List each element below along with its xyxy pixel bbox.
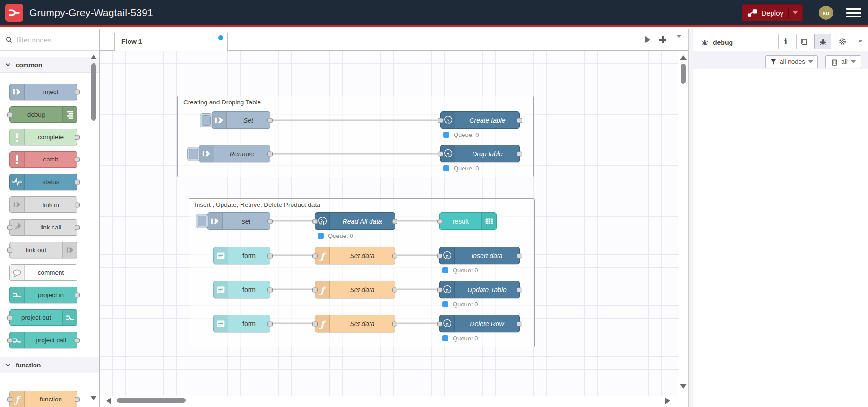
node-inject-set2[interactable]: set — [207, 212, 270, 230]
inject-button[interactable] — [187, 147, 200, 161]
flow-canvas[interactable]: Creating and Droping Table Set Create ta… — [100, 51, 678, 396]
palette-node-status[interactable]: status — [9, 174, 77, 190]
scroll-down-arrow[interactable] — [680, 384, 687, 389]
output-port[interactable] — [517, 287, 522, 292]
node-function-set-data[interactable]: ƒ Set data — [315, 247, 395, 264]
palette-category-function[interactable]: function — [0, 357, 99, 373]
debug-clear-button[interactable]: all — [825, 55, 861, 68]
output-port[interactable] — [517, 151, 522, 156]
output-port[interactable] — [267, 151, 273, 156]
deploy-chevron-down-icon[interactable] — [793, 11, 798, 14]
output-port[interactable] — [267, 118, 273, 123]
filter-nodes-input[interactable] — [17, 36, 87, 44]
input-port[interactable] — [312, 253, 318, 258]
deploy-button[interactable]: Deploy — [742, 4, 803, 21]
output-port[interactable] — [75, 89, 80, 94]
scrollbar-thumb[interactable] — [91, 63, 96, 121]
canvas-vertical-scrollbar[interactable] — [678, 51, 688, 396]
output-port[interactable] — [75, 338, 80, 343]
output-port[interactable] — [75, 397, 80, 402]
palette-node-complete[interactable]: complete — [9, 129, 77, 145]
palette-node-link-call[interactable]: link call — [9, 219, 77, 236]
palette-node-function[interactable]: ƒ function — [9, 391, 77, 407]
palette-node-debug[interactable]: debug — [9, 106, 77, 123]
scroll-down-arrow[interactable] — [90, 396, 97, 400]
input-port[interactable] — [437, 287, 442, 292]
input-port[interactable] — [312, 219, 318, 224]
sidebar-info-button[interactable]: i — [778, 34, 793, 49]
inject-button[interactable] — [200, 113, 213, 127]
output-port[interactable] — [75, 135, 80, 140]
input-port[interactable] — [438, 151, 443, 156]
palette-node-project-in[interactable]: project in — [9, 287, 77, 303]
palette-node-inject[interactable]: inject — [9, 84, 77, 100]
scroll-up-arrow[interactable] — [90, 55, 97, 59]
input-port[interactable] — [437, 219, 442, 224]
input-port[interactable] — [7, 112, 12, 117]
node-postgres-read-all-data[interactable]: Read All data — [315, 212, 395, 230]
sidebar-tabs-dropdown[interactable] — [858, 40, 863, 42]
palette-node-link-in[interactable]: link in — [9, 196, 77, 213]
sidebar-config-button[interactable] — [835, 34, 850, 49]
node-form[interactable]: form — [213, 281, 270, 298]
debug-messages-panel[interactable] — [693, 69, 868, 407]
node-table-result[interactable]: result — [439, 212, 497, 230]
output-port[interactable] — [392, 253, 397, 258]
output-port[interactable] — [75, 225, 80, 230]
palette-scrollbar[interactable] — [90, 51, 98, 407]
sidebar-help-button[interactable] — [796, 34, 811, 49]
output-port[interactable] — [267, 253, 273, 258]
output-port[interactable] — [392, 321, 397, 326]
output-port[interactable] — [75, 179, 80, 185]
main-menu-button[interactable] — [846, 6, 861, 19]
output-port[interactable] — [517, 253, 522, 258]
node-postgres-update-table[interactable]: Update Table — [439, 281, 520, 298]
scroll-right-arrow[interactable] — [665, 398, 670, 404]
input-port[interactable] — [7, 397, 12, 402]
input-port[interactable] — [7, 315, 12, 320]
scroll-up-arrow[interactable] — [680, 55, 687, 60]
scrollbar-thumb[interactable] — [117, 398, 186, 403]
next-tab-button[interactable] — [645, 36, 650, 43]
user-avatar[interactable]: su — [819, 6, 833, 20]
sidebar-debug-button[interactable] — [814, 34, 831, 49]
input-port[interactable] — [7, 338, 12, 343]
output-port[interactable] — [267, 219, 273, 224]
palette-node-link-out[interactable]: link out — [9, 242, 77, 258]
output-port[interactable] — [75, 202, 80, 207]
group-creating-dropping-table[interactable]: Creating and Droping Table — [177, 96, 534, 177]
input-port[interactable] — [438, 118, 443, 123]
input-port[interactable] — [437, 321, 442, 326]
debug-filter-button[interactable]: all nodes — [765, 55, 818, 68]
palette-node-project-out[interactable]: project out — [9, 309, 77, 326]
output-port[interactable] — [392, 219, 397, 224]
node-postgres-drop-table[interactable]: Drop table — [440, 145, 520, 162]
inject-button[interactable] — [196, 214, 208, 228]
node-inject-set[interactable]: Set — [212, 111, 270, 129]
output-port[interactable] — [517, 321, 522, 326]
flow-list-dropdown[interactable] — [677, 38, 681, 47]
palette-node-comment[interactable]: comment — [9, 264, 77, 281]
scrollbar-thumb[interactable] — [681, 64, 686, 84]
palette-category-common[interactable]: common — [0, 57, 99, 73]
node-form[interactable]: form — [213, 315, 270, 332]
output-port[interactable] — [392, 287, 397, 292]
node-inject-remove[interactable]: Remove — [199, 145, 270, 162]
input-port[interactable] — [312, 287, 318, 292]
node-form[interactable]: form — [213, 247, 270, 264]
node-postgres-create-table[interactable]: Create table — [440, 111, 520, 129]
output-port[interactable] — [267, 321, 273, 326]
node-postgres-delete-row[interactable]: Delete Row — [439, 315, 520, 332]
output-port[interactable] — [75, 292, 80, 297]
input-port[interactable] — [312, 321, 318, 326]
output-port[interactable] — [517, 118, 522, 123]
scroll-left-arrow[interactable] — [106, 398, 111, 404]
node-function-set-data[interactable]: ƒ Set data — [315, 281, 395, 298]
sidebar-resize-handle[interactable] — [688, 29, 693, 407]
palette-node-project-call[interactable]: project call — [9, 332, 77, 348]
node-postgres-insert-data[interactable]: Insert data — [439, 247, 520, 264]
input-port[interactable] — [7, 247, 12, 253]
canvas-horizontal-scrollbar[interactable] — [100, 396, 688, 407]
tab-debug[interactable]: debug — [695, 34, 770, 51]
output-port[interactable] — [267, 287, 273, 292]
